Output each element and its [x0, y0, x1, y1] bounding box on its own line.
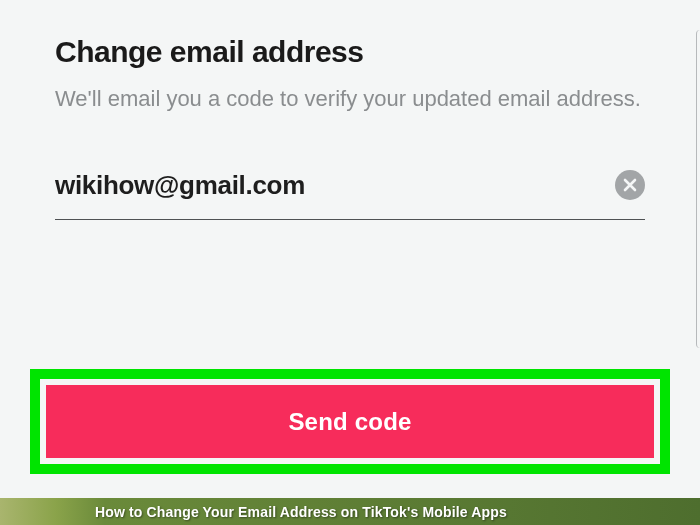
change-email-screen: Change email address We'll email you a c…	[0, 0, 700, 250]
caption-bar: How to Change Your Email Address on TikT…	[0, 498, 700, 525]
send-code-button[interactable]: Send code	[46, 385, 654, 458]
close-icon	[623, 178, 637, 192]
highlight-annotation: Send code	[30, 369, 670, 474]
email-field[interactable]	[55, 170, 615, 201]
caption-text: How to Change Your Email Address on TikT…	[95, 504, 507, 520]
page-subtitle: We'll email you a code to verify your up…	[55, 84, 645, 115]
clear-input-button[interactable]	[615, 170, 645, 200]
page-title: Change email address	[55, 35, 645, 69]
email-input-row	[55, 170, 645, 220]
scroll-edge	[696, 30, 700, 348]
